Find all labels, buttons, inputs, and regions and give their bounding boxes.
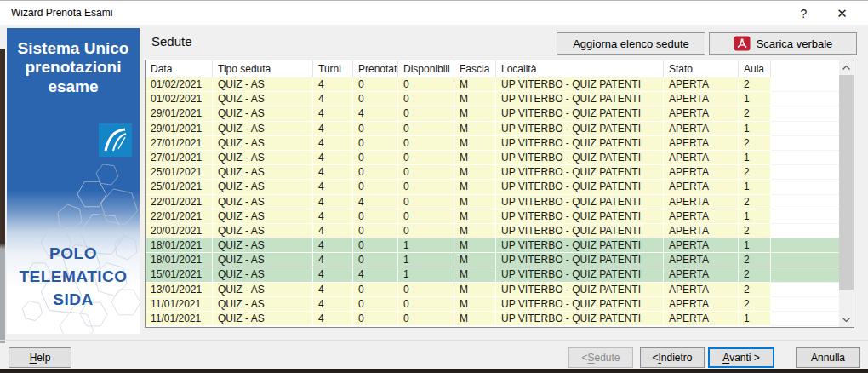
cell-aula[interactable]: 2 bbox=[739, 165, 771, 180]
window-close-button[interactable]: ✕ bbox=[823, 1, 861, 26]
table-row[interactable]: 25/01/2021QUIZ - AS400MUP VITERBO - QUIZ… bbox=[146, 180, 839, 194]
cell-data[interactable]: 13/01/2021 bbox=[146, 283, 213, 297]
cell-disponibili[interactable]: 0 bbox=[398, 180, 454, 194]
cell-data[interactable]: 20/01/2021 bbox=[146, 224, 213, 238]
table-row[interactable]: 15/01/2021QUIZ - AS441MUP VITERBO - QUIZ… bbox=[146, 267, 839, 282]
column-header-localita[interactable]: Località bbox=[496, 60, 664, 77]
window-help-button[interactable]: ? bbox=[785, 1, 823, 26]
column-header-fascia[interactable]: Fascia bbox=[454, 60, 496, 77]
cell-localita[interactable]: UP VITERBO - QUIZ PATENTI bbox=[496, 165, 664, 180]
cell-fascia[interactable]: M bbox=[454, 136, 496, 151]
cell-disponibili[interactable]: 1 bbox=[398, 253, 454, 267]
cell-tipo-seduta[interactable]: QUIZ - AS bbox=[213, 209, 313, 224]
cell-fascia[interactable]: M bbox=[454, 151, 496, 165]
cell-disponibili[interactable]: 0 bbox=[398, 297, 454, 312]
cell-turni[interactable]: 4 bbox=[313, 253, 353, 267]
cell-tipo-seduta[interactable]: QUIZ - AS bbox=[213, 151, 313, 165]
cell-aula[interactable]: 2 bbox=[739, 297, 771, 312]
scroll-down-button[interactable] bbox=[839, 313, 854, 327]
cell-prenotati[interactable]: 0 bbox=[353, 238, 398, 253]
cell-turni[interactable]: 4 bbox=[313, 312, 353, 326]
table-row[interactable]: 11/01/2021QUIZ - AS400MUP VITERBO - QUIZ… bbox=[146, 312, 839, 326]
cell-disponibili[interactable]: 0 bbox=[398, 136, 454, 151]
table-row[interactable]: 29/01/2021QUIZ - AS400MUP VITERBO - QUIZ… bbox=[146, 122, 839, 136]
cell-localita[interactable]: UP VITERBO - QUIZ PATENTI bbox=[496, 77, 664, 92]
scrollbar-thumb[interactable] bbox=[839, 75, 854, 290]
cell-data[interactable]: 27/01/2021 bbox=[146, 136, 213, 151]
cell-data[interactable]: 25/01/2021 bbox=[146, 180, 213, 194]
cell-aula[interactable]: 2 bbox=[739, 77, 771, 92]
cell-fascia[interactable]: M bbox=[454, 209, 496, 224]
cell-aula[interactable]: 1 bbox=[739, 151, 771, 165]
table-row[interactable]: 25/01/2021QUIZ - AS400MUP VITERBO - QUIZ… bbox=[146, 165, 839, 180]
cell-aula[interactable]: 2 bbox=[739, 267, 771, 282]
cell-data[interactable]: 15/01/2021 bbox=[146, 267, 213, 282]
table-row[interactable]: 13/01/2021QUIZ - AS400MUP VITERBO - QUIZ… bbox=[146, 283, 839, 297]
cell-fascia[interactable]: M bbox=[454, 122, 496, 136]
cell-localita[interactable]: UP VITERBO - QUIZ PATENTI bbox=[496, 180, 664, 194]
cell-tipo-seduta[interactable]: QUIZ - AS bbox=[213, 283, 313, 297]
cell-data[interactable]: 18/01/2021 bbox=[146, 253, 213, 267]
cell-localita[interactable]: UP VITERBO - QUIZ PATENTI bbox=[496, 209, 664, 224]
table-row[interactable]: 11/01/2021QUIZ - AS400MUP VITERBO - QUIZ… bbox=[146, 297, 839, 312]
column-header-stato[interactable]: Stato bbox=[664, 60, 739, 77]
cell-fascia[interactable]: M bbox=[454, 253, 496, 267]
cell-disponibili[interactable]: 0 bbox=[398, 106, 454, 121]
cell-localita[interactable]: UP VITERBO - QUIZ PATENTI bbox=[496, 283, 664, 297]
cell-disponibili[interactable]: 0 bbox=[398, 122, 454, 136]
table-row[interactable]: 22/01/2021QUIZ - AS440MUP VITERBO - QUIZ… bbox=[146, 195, 839, 209]
cell-fascia[interactable]: M bbox=[454, 77, 496, 92]
cell-fascia[interactable]: M bbox=[454, 224, 496, 238]
cell-prenotati[interactable]: 0 bbox=[353, 165, 398, 180]
cell-turni[interactable]: 4 bbox=[313, 151, 353, 165]
cell-prenotati[interactable]: 4 bbox=[353, 106, 398, 121]
cell-stato[interactable]: APERTA bbox=[664, 165, 739, 180]
cell-fascia[interactable]: M bbox=[454, 195, 496, 209]
cell-fascia[interactable]: M bbox=[454, 312, 496, 326]
cell-localita[interactable]: UP VITERBO - QUIZ PATENTI bbox=[496, 106, 664, 121]
cell-disponibili[interactable]: 1 bbox=[398, 238, 454, 253]
cell-fascia[interactable]: M bbox=[454, 267, 496, 282]
cell-stato[interactable]: APERTA bbox=[664, 297, 739, 312]
cell-aula[interactable]: 2 bbox=[739, 224, 771, 238]
cell-fascia[interactable]: M bbox=[454, 106, 496, 121]
cell-stato[interactable]: APERTA bbox=[664, 77, 739, 92]
cell-aula[interactable]: 2 bbox=[739, 253, 771, 267]
download-report-button[interactable]: Scarica verbale bbox=[709, 32, 857, 55]
scroll-up-button[interactable] bbox=[839, 60, 854, 75]
cell-disponibili[interactable]: 1 bbox=[398, 267, 454, 282]
cell-tipo-seduta[interactable]: QUIZ - AS bbox=[213, 136, 313, 151]
cell-turni[interactable]: 4 bbox=[313, 165, 353, 180]
cell-aula[interactable]: 2 bbox=[739, 136, 771, 151]
cell-disponibili[interactable]: 0 bbox=[398, 283, 454, 297]
cell-stato[interactable]: APERTA bbox=[664, 253, 739, 267]
table-row[interactable]: 01/02/2021QUIZ - AS400MUP VITERBO - QUIZ… bbox=[146, 92, 839, 106]
cell-aula[interactable]: 1 bbox=[739, 180, 771, 194]
cell-prenotati[interactable]: 0 bbox=[353, 312, 398, 326]
cell-disponibili[interactable]: 0 bbox=[398, 312, 454, 326]
cell-stato[interactable]: APERTA bbox=[664, 136, 739, 151]
cell-turni[interactable]: 4 bbox=[313, 209, 353, 224]
cell-fascia[interactable]: M bbox=[454, 180, 496, 194]
cell-turni[interactable]: 4 bbox=[313, 106, 353, 121]
cell-tipo-seduta[interactable]: QUIZ - AS bbox=[213, 312, 313, 326]
cell-aula[interactable]: 2 bbox=[739, 195, 771, 209]
cell-aula[interactable]: 1 bbox=[739, 122, 771, 136]
cell-data[interactable]: 22/01/2021 bbox=[146, 209, 213, 224]
cell-disponibili[interactable]: 0 bbox=[398, 224, 454, 238]
cell-disponibili[interactable]: 0 bbox=[398, 92, 454, 106]
column-header-disponibili[interactable]: Disponibili bbox=[398, 60, 454, 77]
cell-stato[interactable]: APERTA bbox=[664, 180, 739, 194]
cell-data[interactable]: 22/01/2021 bbox=[146, 195, 213, 209]
cell-disponibili[interactable]: 0 bbox=[398, 151, 454, 165]
table-row[interactable]: 22/01/2021QUIZ - AS400MUP VITERBO - QUIZ… bbox=[146, 209, 839, 224]
table-row[interactable]: 27/01/2021QUIZ - AS400MUP VITERBO - QUIZ… bbox=[146, 136, 839, 151]
cell-prenotati[interactable]: 0 bbox=[353, 253, 398, 267]
table-row[interactable]: 01/02/2021QUIZ - AS400MUP VITERBO - QUIZ… bbox=[146, 77, 839, 92]
cell-fascia[interactable]: M bbox=[454, 238, 496, 253]
cell-localita[interactable]: UP VITERBO - QUIZ PATENTI bbox=[496, 238, 664, 253]
cell-stato[interactable]: APERTA bbox=[664, 122, 739, 136]
cell-fascia[interactable]: M bbox=[454, 297, 496, 312]
cell-stato[interactable]: APERTA bbox=[664, 312, 739, 326]
cell-prenotati[interactable]: 4 bbox=[353, 267, 398, 282]
